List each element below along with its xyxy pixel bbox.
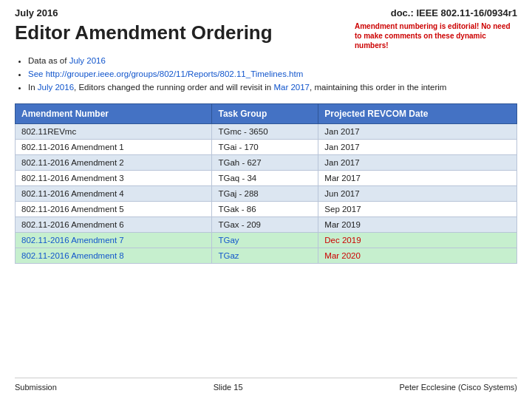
amendment-cell: 802.11-2016 Amendment 3 <box>16 171 212 186</box>
date-cell: Mar 2017 <box>318 171 517 186</box>
amendment-note: Amendment numbering is editorial! No nee… <box>355 21 517 50</box>
table-row: 802.11-2016 Amendment 2TGah - 627Jan 201… <box>16 155 517 171</box>
bullet-3: In July 2016, Editors changed the runnin… <box>28 81 517 93</box>
date-cell: Sep 2017 <box>318 202 517 217</box>
taskgroup-cell: TGaq - 34 <box>212 171 318 186</box>
table-row: 802.11-2016 Amendment 8TGazMar 2020 <box>16 248 517 264</box>
header-doc: doc.: IEEE 802.11-16/0934r1 <box>391 7 517 18</box>
table-row: 802.11-2016 Amendment 5TGak - 86Sep 2017 <box>16 202 517 217</box>
amendment-cell: 802.11-2016 Amendment 6 <box>16 217 212 233</box>
bullet-list: Data as of July 2016 See http://grouper.… <box>15 55 517 95</box>
col-amendment: Amendment Number <box>16 104 212 124</box>
date-cell: Dec 2019 <box>318 233 517 248</box>
amendment-cell: 802.11-2016 Amendment 2 <box>16 155 212 171</box>
page-title: Editor Amendment Ordering <box>15 21 347 44</box>
header-date: July 2016 <box>15 7 58 18</box>
bullet-1: Data as of July 2016 <box>28 55 517 66</box>
date-cell: Jan 2017 <box>318 124 517 140</box>
table-header-row: Amendment Number Task Group Projected RE… <box>16 104 517 124</box>
table-row: 802.11-2016 Amendment 3TGaq - 34Mar 2017 <box>16 171 517 186</box>
amendments-table: Amendment Number Task Group Projected RE… <box>15 103 517 264</box>
date-cell: Jan 2017 <box>318 155 517 171</box>
page: July 2016 doc.: IEEE 802.11-16/0934r1 Ed… <box>0 0 532 399</box>
amendment-cell: 802.11REVmc <box>16 124 212 140</box>
table-row: 802.11-2016 Amendment 6TGax - 209Mar 201… <box>16 217 517 233</box>
col-taskgroup: Task Group <box>212 104 318 124</box>
date-cell: Jan 2017 <box>318 140 517 155</box>
taskgroup-cell: TGaj - 288 <box>212 186 318 202</box>
table-row: 802.11-2016 Amendment 4TGaj - 288Jun 201… <box>16 186 517 202</box>
bullet-3-date1: July 2016 <box>38 83 74 92</box>
bullet-3-date2: Mar 2017 <box>273 83 310 92</box>
amendment-cell: 802.11-2016 Amendment 1 <box>16 140 212 155</box>
col-date: Projected REVCOM Date <box>318 104 517 124</box>
footer-center: Slide 15 <box>214 383 243 392</box>
taskgroup-cell: TGah - 627 <box>212 155 318 171</box>
bullet-2-link[interactable]: See http://grouper.ieee.org/groups/802/1… <box>28 69 303 78</box>
table-row: 802.11REVmcTGmc - 3650Jan 2017 <box>16 124 517 140</box>
date-cell: Mar 2019 <box>318 217 517 233</box>
bullet-2[interactable]: See http://grouper.ieee.org/groups/802/1… <box>28 68 517 80</box>
taskgroup-cell: TGay <box>212 233 318 248</box>
header: July 2016 doc.: IEEE 802.11-16/0934r1 <box>15 7 517 18</box>
footer-right: Peter Ecclesine (Cisco Systems) <box>399 383 517 392</box>
date-cell: Jun 2017 <box>318 186 517 202</box>
taskgroup-cell: TGak - 86 <box>212 202 318 217</box>
taskgroup-cell: TGaz <box>212 248 318 264</box>
taskgroup-cell: TGax - 209 <box>212 217 318 233</box>
footer: Submission Slide 15 Peter Ecclesine (Cis… <box>15 378 517 392</box>
amendment-cell: 802.11-2016 Amendment 8 <box>16 248 212 264</box>
amendment-cell: 802.11-2016 Amendment 5 <box>16 202 212 217</box>
title-area: Editor Amendment Ordering Amendment numb… <box>15 21 517 50</box>
amendment-cell: 802.11-2016 Amendment 7 <box>16 233 212 248</box>
footer-left: Submission <box>15 383 57 392</box>
table-row: 802.11-2016 Amendment 1TGai - 170Jan 201… <box>16 140 517 155</box>
amendment-cell: 802.11-2016 Amendment 4 <box>16 186 212 202</box>
date-cell: Mar 2020 <box>318 248 517 264</box>
table-row: 802.11-2016 Amendment 7TGayDec 2019 <box>16 233 517 248</box>
taskgroup-cell: TGmc - 3650 <box>212 124 318 140</box>
taskgroup-cell: TGai - 170 <box>212 140 318 155</box>
bullet-1-highlight: July 2016 <box>69 56 106 65</box>
